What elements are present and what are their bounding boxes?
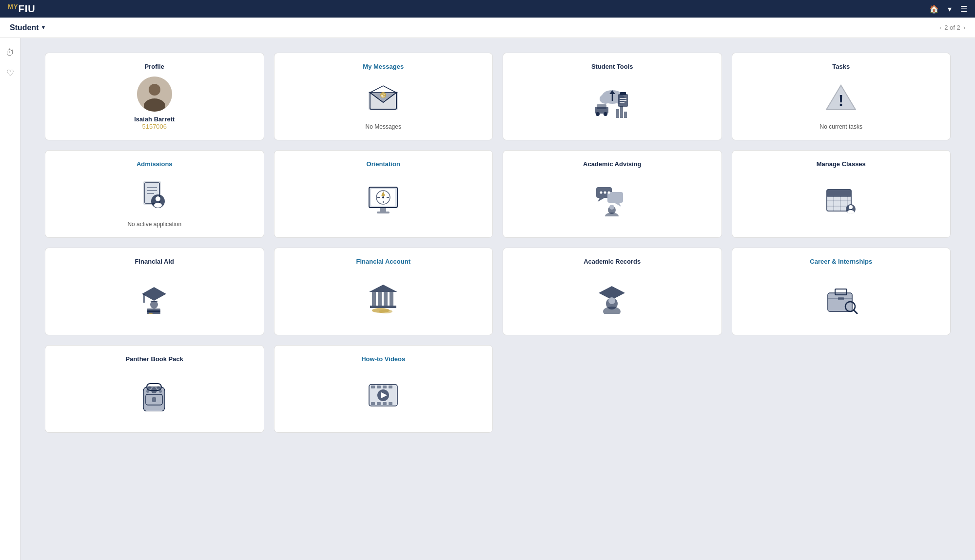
home-icon[interactable]: 🏠 [929, 4, 939, 14]
page-title: Student ▾ [10, 23, 45, 32]
svg-rect-47 [377, 212, 390, 213]
svg-rect-78 [378, 292, 382, 306]
svg-point-67 [849, 205, 853, 209]
svg-point-87 [603, 307, 621, 314]
card-manage-classes[interactable]: Manage Classes [732, 150, 951, 238]
card-academic-advising[interactable]: Academic Advising [503, 150, 722, 238]
svg-rect-16 [620, 92, 626, 95]
svg-rect-107 [389, 386, 392, 388]
svg-point-68 [847, 210, 854, 214]
tasks-subtitle: No current tasks [820, 123, 862, 130]
svg-point-86 [608, 297, 615, 304]
svg-point-53 [604, 192, 606, 194]
page-title-label: Student [10, 23, 39, 32]
card-career-internships[interactable]: Career & Internships [732, 248, 951, 335]
card-orientation-title: Orientation [282, 160, 485, 168]
svg-rect-59 [827, 190, 851, 196]
card-panther-book-pack-title: Panther Book Pack [53, 355, 256, 363]
svg-rect-108 [371, 402, 375, 405]
svg-rect-106 [383, 386, 387, 388]
card-student-tools[interactable]: Student Tools [503, 53, 722, 140]
svg-rect-110 [383, 402, 387, 405]
svg-rect-91 [838, 297, 844, 300]
card-panther-book-pack[interactable]: Panther Book Pack [45, 345, 264, 433]
svg-point-1 [149, 84, 160, 96]
avatar [137, 77, 172, 112]
manage-classes-icon [823, 174, 859, 228]
career-internships-svg [823, 282, 859, 314]
favorites-icon[interactable]: ♡ [6, 68, 14, 78]
svg-text:!: ! [838, 92, 844, 109]
card-financial-aid[interactable]: Financial Aid [45, 248, 264, 335]
card-tasks-title: Tasks [740, 63, 943, 70]
card-my-messages[interactable]: My Messages @ No Messages [274, 53, 493, 140]
card-my-messages-title: My Messages [282, 63, 485, 70]
card-financial-account[interactable]: Financial Account [274, 248, 493, 335]
svg-point-22 [596, 112, 600, 116]
card-academic-records[interactable]: Academic Records [503, 248, 722, 335]
panther-book-pack-svg [136, 380, 173, 411]
profile-avatar-container [137, 76, 172, 116]
card-academic-records-title: Academic Records [511, 258, 714, 265]
profile-id: 5157006 [142, 123, 167, 130]
student-tools-icon [593, 76, 632, 130]
career-internships-icon [823, 271, 859, 325]
svg-marker-76 [369, 285, 397, 292]
svg-rect-26 [624, 112, 627, 118]
svg-point-102 [159, 390, 162, 393]
card-orientation[interactable]: Orientation [274, 150, 493, 238]
main-content: Profile Isaiah Barrett 5157006 [20, 38, 975, 560]
svg-rect-104 [371, 386, 375, 388]
card-financial-aid-title: Financial Aid [53, 258, 256, 265]
svg-line-93 [854, 310, 857, 313]
financial-aid-svg [136, 282, 173, 314]
svg-rect-79 [384, 292, 388, 306]
logo: MYFIU [8, 3, 36, 15]
messages-icon: @ [366, 76, 400, 118]
academic-records-icon [594, 271, 630, 325]
svg-rect-50 [607, 192, 623, 203]
topbar: MYFIU 🏠 ▾ ☰ [0, 0, 975, 18]
svg-marker-51 [614, 203, 621, 207]
svg-point-52 [600, 192, 603, 194]
title-dropdown-icon[interactable]: ▾ [42, 24, 45, 31]
messages-subtitle: No Messages [366, 123, 401, 130]
svg-rect-81 [370, 306, 396, 308]
orientation-svg [365, 185, 402, 216]
svg-marker-49 [598, 198, 604, 202]
svg-rect-75 [149, 313, 153, 314]
admissions-icon [137, 174, 172, 216]
menu-icon[interactable]: ☰ [960, 4, 967, 14]
card-how-to-videos[interactable]: How-to Videos [274, 345, 493, 433]
card-tasks[interactable]: Tasks ! No current tasks [732, 53, 951, 140]
svg-rect-46 [380, 208, 386, 212]
dropdown-icon[interactable]: ▾ [948, 4, 952, 14]
pagination-next[interactable]: › [963, 24, 965, 31]
svg-rect-111 [389, 402, 392, 405]
svg-point-40 [382, 196, 384, 198]
tasks-icon: ! [824, 76, 858, 118]
svg-point-54 [608, 192, 610, 194]
how-to-videos-icon [365, 368, 402, 423]
card-manage-classes-title: Manage Classes [740, 160, 943, 168]
svg-point-101 [146, 390, 149, 393]
pagination: ‹ 2 of 2 › [939, 24, 965, 31]
svg-text:@: @ [381, 93, 386, 98]
financial-account-icon [365, 271, 402, 325]
logo-fiu: FIU [19, 3, 36, 14]
pagination-prev[interactable]: ‹ [939, 24, 941, 31]
svg-point-98 [151, 387, 157, 393]
how-to-videos-svg [365, 380, 402, 411]
svg-rect-80 [390, 292, 393, 306]
card-admissions[interactable]: Admissions No active a [45, 150, 264, 238]
avatar-image [137, 77, 172, 112]
orientation-icon [365, 174, 402, 228]
svg-point-56 [605, 212, 619, 216]
svg-rect-71 [143, 294, 145, 303]
tasks-svg: ! [824, 81, 858, 113]
svg-point-83 [379, 309, 392, 313]
card-profile[interactable]: Profile Isaiah Barrett 5157006 [45, 53, 264, 140]
history-icon[interactable]: ⏱ [6, 48, 15, 58]
card-profile-title: Profile [53, 63, 256, 70]
svg-marker-7 [370, 86, 396, 93]
